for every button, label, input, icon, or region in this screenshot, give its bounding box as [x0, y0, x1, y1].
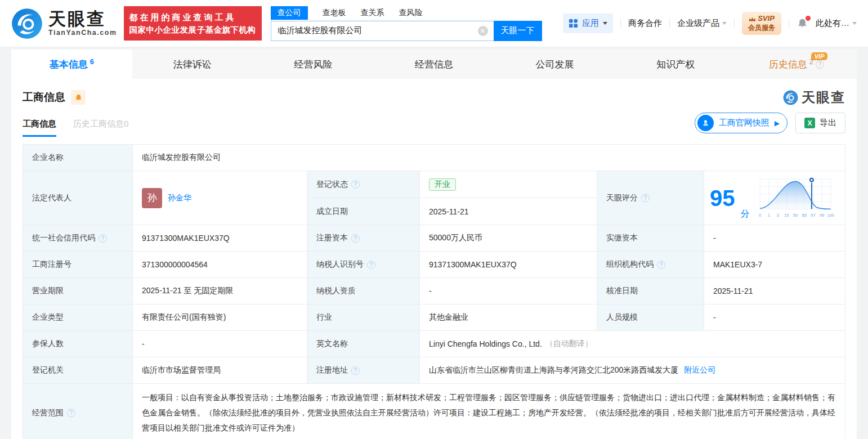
help-icon[interactable]: ? [641, 194, 650, 202]
field-value-scope: 一般项目：以自有资金从事投资活动；土地整治服务；市政设施管理；新材料技术研发；工… [133, 384, 845, 439]
business-coop-link[interactable]: 商务合作 [628, 18, 662, 29]
tab-intellectual-property[interactable]: 知识产权 [615, 50, 736, 79]
company-nav-tabs: 基本信息 6 法律诉讼 经营风险 经营信息 公司发展 知识产权 VIP 历史信息… [11, 50, 857, 79]
clear-icon[interactable]: ✕ [478, 26, 488, 36]
divider [734, 19, 735, 28]
help-icon[interactable]: ? [67, 409, 75, 417]
field-value-reg-no: 371300000004564 [133, 252, 307, 278]
search-tab-relation[interactable]: 查关系 [361, 6, 384, 20]
subtab-business-info[interactable]: 工商信息 [23, 119, 56, 137]
search-button[interactable]: 天眼一下 [494, 21, 542, 41]
score-distribution-chart: 0 1 3 15 50 85 97 99 100 [757, 176, 834, 221]
tab-legal-proceedings[interactable]: 法律诉讼 [132, 50, 253, 79]
top-bar: 天眼查 TianYanCha.com 都在用的商业查询工具 国家中小企业发展子基… [0, 0, 868, 47]
field-label-scope: 经营范围 ? [23, 384, 133, 439]
field-value-term: 2025-11-21 至 无固定期限 [133, 278, 307, 304]
field-label-address: 注册地址 ? [307, 357, 420, 384]
field-value-approved: 2025-11-21 [704, 278, 845, 304]
field-value-address: 山东省临沂市兰山区柳青街道上海路与孝河路交汇北200米路西城发大厦 附近公司 [420, 357, 845, 384]
export-button[interactable]: X 导出 [795, 113, 845, 133]
field-label-insured: 参保人数 [23, 331, 133, 357]
svg-text:15: 15 [784, 212, 789, 217]
field-label-reg-no: 工商注册号 [23, 252, 133, 278]
apps-button[interactable]: 应用 [563, 14, 613, 33]
svg-text:100: 100 [827, 212, 834, 217]
logo-domain: TianYanCha.com [48, 29, 117, 37]
notification-dot [806, 16, 811, 21]
score-axis-labels: 0 1 3 15 50 85 97 99 100 [759, 212, 834, 217]
help-icon[interactable]: ? [99, 234, 107, 243]
tianyancha-logo[interactable]: 天眼查 TianYanCha.com [11, 8, 117, 39]
apps-grid-icon [569, 19, 578, 28]
field-value-established: 2025-11-21 [420, 198, 597, 225]
svg-text:99: 99 [819, 212, 824, 217]
field-value-legal-rep: 孙 孙金华 [133, 171, 307, 225]
divider [620, 19, 621, 28]
field-label-established: 成立日期 [307, 198, 420, 225]
field-label-term: 营业期限 [23, 278, 133, 304]
help-icon[interactable]: ? [351, 180, 360, 189]
field-value-company-name: 临沂城发控股有限公司 [133, 145, 845, 171]
tab-operating-risk[interactable]: 经营风险 [253, 50, 374, 79]
search-input[interactable] [271, 21, 494, 41]
search-tab-boss[interactable]: 查老板 [323, 6, 346, 20]
field-value-taxpayer-no: 91371300MAK1EUX37Q [420, 252, 597, 278]
svg-text:50: 50 [793, 212, 798, 217]
field-label-reg-status: 登记状态 ? [307, 171, 420, 198]
apps-label: 应用 [582, 18, 599, 29]
svip-member-button[interactable]: SVIP 会员服务 [742, 12, 781, 34]
score-value: 95 [710, 187, 735, 209]
search-block: 查公司 查老板 查关系 查风险 ✕ 天眼一下 [271, 6, 542, 41]
score-unit: 分 [741, 208, 750, 220]
tianyancha-logo-icon [783, 90, 798, 105]
user-menu[interactable]: 此处有… [816, 18, 857, 29]
field-label-taxpayer-quality: 纳税人资质 [307, 278, 420, 304]
auto-translate-note: （自动翻译） [545, 339, 593, 349]
excel-icon: X [804, 118, 815, 128]
search-tab-company[interactable]: 查公司 [271, 6, 308, 20]
monitor-bell-button[interactable] [71, 90, 86, 105]
svg-text:85: 85 [802, 212, 807, 217]
help-icon[interactable]: ? [367, 261, 375, 269]
tab-business-info[interactable]: 经营信息 [374, 50, 495, 79]
subtab-history-business-info[interactable]: 历史工商信息0 [73, 119, 128, 137]
field-value-paid-capital: - [704, 225, 845, 252]
help-icon[interactable]: ? [351, 234, 360, 243]
help-icon[interactable]: ? [657, 261, 665, 269]
chevron-down-icon [603, 22, 607, 25]
chevron-right-icon: ▶ [775, 119, 780, 127]
enterprise-products-link[interactable]: 企业级产品 [677, 18, 727, 29]
tab-basic-info[interactable]: 基本信息 6 [11, 50, 132, 79]
field-value-company-type: 有限责任公司(国有独资) [133, 304, 307, 331]
divider [669, 19, 670, 28]
top-right-nav: 应用 商务合作 企业级产品 SVIP 会员服务 [563, 12, 857, 34]
field-value-reg-status: 开业 [420, 171, 597, 198]
field-value-taxpayer-quality: - [420, 278, 597, 304]
field-label-authority: 登记机关 [23, 357, 133, 384]
svg-text:1: 1 [767, 212, 769, 217]
field-label-company-type: 企业类型 [23, 304, 133, 331]
promo-banner: 都在用的商业查询工具 国家中小企业发展子基金旗下机构 [124, 6, 262, 41]
field-label-score: 天眼评分 ? [597, 171, 704, 225]
logo-text: 天眼查 [48, 10, 117, 29]
help-icon[interactable]: ? [351, 366, 360, 375]
nearby-companies-link[interactable]: 附近公司 [684, 365, 715, 375]
notifications-button[interactable] [797, 17, 808, 29]
search-tab-risk[interactable]: 查风险 [399, 6, 423, 20]
legal-rep-link[interactable]: 孙金华 [168, 193, 191, 203]
official-snapshot-button[interactable]: 工商官网快照 ▶ [695, 113, 788, 133]
vip-badge: VIP [811, 52, 828, 60]
svg-text:0: 0 [759, 212, 761, 217]
tab-history-info[interactable]: VIP 历史信息 2 ? [736, 50, 857, 79]
field-value-industry: 其他金融业 [420, 304, 597, 331]
chevron-down-icon [852, 22, 857, 25]
divider [789, 19, 789, 28]
field-label-taxpayer-no: 纳税人识别号 ? [307, 252, 420, 278]
svg-text:3: 3 [776, 212, 778, 217]
search-tabs: 查公司 查老板 查关系 查风险 [271, 6, 542, 20]
help-icon[interactable]: ? [816, 60, 824, 69]
tab-company-development[interactable]: 公司发展 [494, 50, 615, 79]
field-value-en-name: Linyi Chengfa Holdings Co., Ltd. （自动翻译） [420, 331, 845, 357]
field-value-reg-capital: 50000万人民币 [420, 225, 597, 252]
field-label-industry: 行业 [307, 304, 420, 331]
